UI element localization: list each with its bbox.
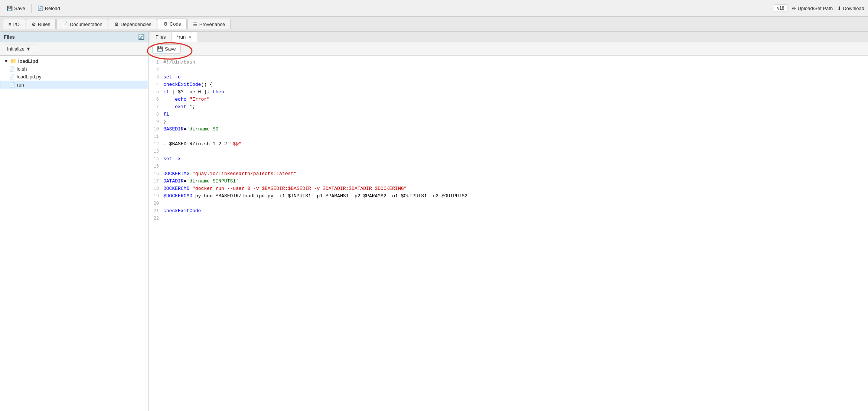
tab-io-label: I/O (13, 22, 20, 27)
download-label: Download (843, 6, 864, 11)
code-line-15: 15 (149, 163, 868, 170)
code-line-11: 11 (149, 133, 868, 140)
code-line-14: 14 set -x (149, 155, 868, 163)
upload-icon: ⊕ (792, 6, 796, 11)
editor-save-icon: 💾 (157, 46, 163, 52)
code-line-10: 10 BASEDIR=`dirname $0` (149, 126, 868, 133)
code-line-19: 19 $DOCKERCMD python $BASEDIR/loadLipd.p… (149, 192, 868, 200)
tab-documentation[interactable]: 📄 Documentation (56, 19, 108, 29)
sidebar-title: Files (4, 34, 15, 40)
tab-code[interactable]: ⚙ Code (158, 19, 187, 29)
code-line-17: 17 DATADIR=`dirname $INPUTS1` (149, 178, 868, 185)
code-line-16: 16 DOCKERIMG="quay.io/linkedearth/paleot… (149, 170, 868, 178)
sidebar-header: Files 🔄 (0, 32, 148, 42)
rules-icon: ⚙ (32, 22, 36, 27)
sidebar: Files 🔄 Initialize ▼ ▼ 📁 loadLipd 📄 io.s… (0, 32, 149, 411)
toolbar-separator (31, 4, 32, 13)
folder-name: loadLipd (18, 58, 38, 64)
folder-icon: 📁 (10, 58, 16, 64)
code-line-7: 7 exit 1; (149, 103, 868, 111)
file-icon-run: 📄 (9, 82, 15, 88)
tab-documentation-label: Documentation (70, 22, 102, 27)
save-button[interactable]: 💾 Save (4, 4, 28, 13)
code-line-12: 12 . $BASEDIR/io.sh 1 2 2 "$@" (149, 140, 868, 148)
save-label: Save (14, 6, 25, 11)
editor-save-label: Save (165, 46, 176, 52)
code-line-22: 22 (149, 215, 868, 222)
file-name-loadlipd: loadLipd.py (17, 74, 42, 80)
code-line-3: 3 set -e (149, 74, 868, 81)
tree-file-loadlipd-py[interactable]: 📄 loadLipd.py (0, 73, 148, 81)
main-content: Files 🔄 Initialize ▼ ▼ 📁 loadLipd 📄 io.s… (0, 32, 868, 411)
code-line-13: 13 (149, 148, 868, 155)
sidebar-toolbar: Initialize ▼ (0, 42, 148, 56)
editor-area: Files *run ✕ 💾 Save 1 (149, 32, 868, 411)
reload-button[interactable]: 🔄 Reload (35, 4, 63, 13)
editor-tab-files-label: Files (156, 34, 166, 40)
editor-tabs: Files *run ✕ (149, 32, 868, 42)
top-toolbar: 💾 Save 🔄 Reload v18 ⊕ Upload/Set Path ⬇ … (0, 0, 868, 17)
file-name-run: run (17, 82, 24, 88)
io-icon: ≡ (9, 22, 12, 27)
code-editor[interactable]: 1 #!/bin/bash 2 3 set -e 4 checkExitCode… (149, 56, 868, 411)
main-tabs: ≡ I/O ⚙ Rules 📄 Documentation ⚙ Dependen… (0, 17, 868, 32)
tab-dependencies-label: Dependencies (121, 22, 151, 27)
file-tree: ▼ 📁 loadLipd 📄 io.sh 📄 loadLipd.py 📄 run (0, 56, 148, 411)
code-line-18: 18 DOCKERCMD="docker run --user 0 -v $BA… (149, 185, 868, 192)
editor-tab-run[interactable]: *run ✕ (171, 32, 197, 42)
download-button[interactable]: ⬇ Download (837, 6, 864, 11)
upload-label: Upload/Set Path (797, 6, 833, 11)
file-icon-loadlipd: 📄 (9, 74, 15, 80)
tab-io[interactable]: ≡ I/O (3, 19, 25, 29)
code-line-5: 5 if [ $? -ne 0 ]; then (149, 88, 868, 96)
collapse-icon: ▼ (4, 58, 9, 64)
close-tab-icon[interactable]: ✕ (188, 35, 192, 39)
initialize-label: Initialize (7, 46, 25, 52)
tree-file-run[interactable]: 📄 run (0, 81, 148, 89)
tab-rules-label: Rules (38, 22, 50, 27)
initialize-chevron-icon: ▼ (26, 46, 31, 52)
tab-code-label: Code (170, 21, 181, 27)
deps-icon: ⚙ (114, 22, 119, 27)
code-line-21: 21 checkExitCode (149, 207, 868, 215)
provenance-icon: ☰ (193, 22, 198, 27)
tree-file-io-sh[interactable]: 📄 io.sh (0, 65, 148, 73)
editor-tab-run-label: *run (177, 34, 186, 40)
code-icon: ⚙ (163, 21, 168, 27)
editor-save-button[interactable]: 💾 Save (152, 44, 181, 54)
file-name-io: io.sh (17, 66, 27, 72)
code-line-1: 1 #!/bin/bash (149, 59, 868, 66)
sidebar-refresh-button[interactable]: 🔄 (138, 34, 144, 40)
save-icon: 💾 (7, 6, 13, 11)
code-line-20: 20 (149, 200, 868, 207)
reload-label: Reload (45, 6, 60, 11)
toolbar-right: v18 ⊕ Upload/Set Path ⬇ Download (774, 4, 864, 12)
tree-folder-loadlipd[interactable]: ▼ 📁 loadLipd (0, 57, 148, 65)
tab-dependencies[interactable]: ⚙ Dependencies (109, 19, 157, 29)
doc-icon: 📄 (62, 22, 68, 27)
code-line-6: 6 echo "Error" (149, 96, 868, 103)
tab-provenance-label: Provenance (199, 22, 225, 27)
download-icon: ⬇ (837, 6, 841, 11)
code-line-2: 2 (149, 66, 868, 74)
editor-tab-files[interactable]: Files (150, 32, 171, 42)
upload-button[interactable]: ⊕ Upload/Set Path (792, 6, 833, 11)
file-icon-io: 📄 (9, 66, 15, 72)
code-line-8: 8 fi (149, 111, 868, 118)
initialize-button[interactable]: Initialize ▼ (4, 45, 34, 53)
toolbar-left: 💾 Save 🔄 Reload (4, 4, 774, 13)
code-line-4: 4 checkExitCode() { (149, 81, 868, 88)
tab-provenance[interactable]: ☰ Provenance (187, 19, 231, 29)
tab-rules[interactable]: ⚙ Rules (26, 19, 56, 29)
version-badge: v18 (774, 4, 787, 12)
reload-icon: 🔄 (37, 6, 43, 11)
code-line-9: 9 } (149, 118, 868, 126)
editor-toolbar: 💾 Save (149, 42, 868, 56)
